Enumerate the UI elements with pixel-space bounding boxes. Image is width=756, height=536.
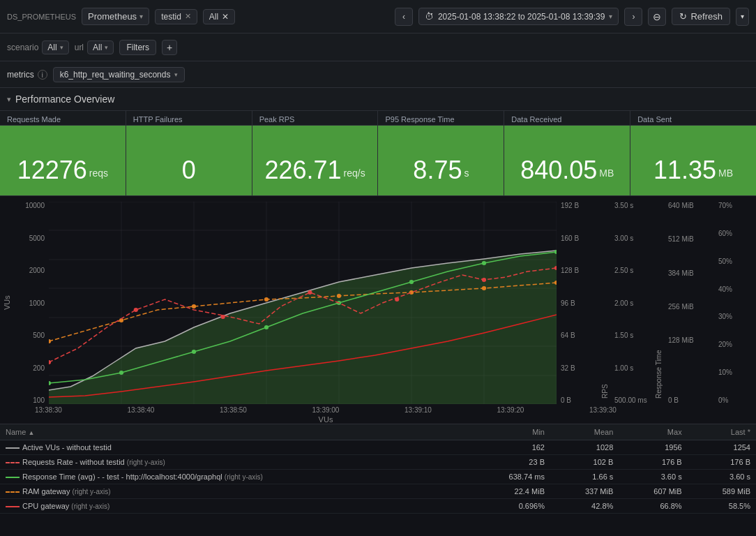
stat-label: Data Sent xyxy=(630,111,756,126)
legend-name: Response Time (avg) - - test - http://lo… xyxy=(0,470,468,484)
stat-cards: Requests Made 12276 reqs HTTP Failures 0… xyxy=(0,111,756,196)
scenario-value: All xyxy=(47,43,56,52)
legend-mean: 337 MiB xyxy=(550,484,619,499)
stat-label: HTTP Failures xyxy=(126,111,252,126)
time-range-chevron-icon: ▾ xyxy=(609,13,612,20)
series-line-icon xyxy=(6,506,20,508)
stat-value: 226.71 req/s xyxy=(252,126,378,195)
testid-tag[interactable]: testid ✕ xyxy=(155,9,197,24)
all-close-icon[interactable]: ✕ xyxy=(222,12,229,22)
time-range-value: 2025-01-08 13:38:22 to 2025-01-08 13:39:… xyxy=(438,12,605,22)
series-line-icon xyxy=(6,477,20,479)
legend-last: 176 B xyxy=(688,455,756,470)
svg-point-22 xyxy=(482,286,486,290)
svg-point-37 xyxy=(482,278,486,282)
scenario-label: scenario xyxy=(7,43,38,52)
legend-max: 176 B xyxy=(619,455,687,470)
y-axis-left-label: VUs xyxy=(0,202,14,404)
legend-mean: 1028 xyxy=(550,440,619,455)
section-title: Performance Overview xyxy=(15,94,114,105)
url-chevron-icon: ▾ xyxy=(105,44,108,51)
url-filter: url All ▾ xyxy=(75,40,114,54)
url-value: All xyxy=(93,43,102,52)
stat-label: P95 Response Time xyxy=(378,111,504,126)
stat-label: Data Received xyxy=(504,111,630,126)
legend-row[interactable]: Requests Rate - without testid (right y-… xyxy=(0,455,756,470)
filters-label: Filters xyxy=(126,43,149,52)
svg-marker-15 xyxy=(49,251,557,404)
stat-value: 8.75 s xyxy=(378,126,504,195)
refresh-label: Refresh xyxy=(690,11,723,22)
legend-max: 607 MiB xyxy=(619,484,687,499)
series-dash-icon xyxy=(6,491,20,493)
x-axis: 13:38:30 13:38:40 13:38:50 13:39:00 13:3… xyxy=(0,404,617,414)
datasource-selector[interactable]: Prometheus ▾ xyxy=(82,8,149,25)
col-name[interactable]: Name ▲ xyxy=(0,424,468,440)
testid-close-icon[interactable]: ✕ xyxy=(185,12,191,21)
metrics-chevron-icon: ▾ xyxy=(174,71,178,78)
legend-name: Active VUs - without testid xyxy=(0,440,468,455)
add-icon: + xyxy=(167,42,172,53)
stat-value: 12276 reqs xyxy=(0,126,126,195)
add-filter-button[interactable]: + xyxy=(162,40,177,55)
svg-point-34 xyxy=(220,315,225,319)
stat-label: Requests Made xyxy=(0,111,126,126)
legend-row[interactable]: RAM gateway (right y-axis) 22.4 MiB 337 … xyxy=(0,484,756,499)
legend-row[interactable]: CPU gateway (right y-axis) 0.696% 42.8% … xyxy=(0,499,756,514)
time-range-selector[interactable]: ⏱ 2025-01-08 13:38:22 to 2025-01-08 13:3… xyxy=(418,8,619,25)
svg-point-19 xyxy=(264,297,269,302)
col-max[interactable]: Max xyxy=(619,424,687,440)
refresh-button[interactable]: ↻ Refresh xyxy=(672,8,730,25)
legend-last: 3.60 s xyxy=(688,470,756,484)
legend-mean: 1.66 s xyxy=(550,470,619,484)
col-last[interactable]: Last * xyxy=(688,424,756,440)
metrics-label: metrics i xyxy=(7,70,47,80)
svg-point-29 xyxy=(409,280,414,284)
legend-min: 22.4 MiB xyxy=(468,484,550,499)
refresh-dropdown[interactable]: ▾ xyxy=(736,8,749,26)
all-tag[interactable]: All ✕ xyxy=(203,9,235,24)
legend-container: Name ▲ Min Mean Max Last * Active VUs - … xyxy=(0,424,756,514)
y-axis-right-group: 192 B 160 B 128 B 96 B 64 B 32 B 0 B RPS… xyxy=(557,202,756,404)
y-axis-mb: 640 MiB 512 MiB 384 MiB 256 MiB 128 MiB … xyxy=(664,202,714,404)
section-toggle-icon[interactable]: ▾ xyxy=(7,95,11,104)
y-axis-rt: 3.50 s 3.00 s 2.50 s 2.00 s 1.50 s 1.00 … xyxy=(610,202,653,404)
datasource-chevron-icon: ▾ xyxy=(139,13,143,20)
stat-value: 0 xyxy=(126,126,252,195)
legend-name: CPU gateway (right y-axis) xyxy=(0,499,468,514)
y-axis-pct: 70% 60% 50% 40% 30% 20% 10% 0% xyxy=(714,202,756,404)
series-dash-icon xyxy=(6,462,20,464)
legend-min: 638.74 ms xyxy=(468,470,550,484)
testid-tag-label: testid xyxy=(161,12,181,22)
legend-min: 23 B xyxy=(468,455,550,470)
scenario-filter: scenario All ▾ xyxy=(7,40,69,54)
legend-row[interactable]: Active VUs - without testid 162 1028 195… xyxy=(0,440,756,455)
svg-point-35 xyxy=(308,290,312,295)
stat-card-p95-response-time: P95 Response Time 8.75 s xyxy=(378,111,504,195)
section-header: ▾ Performance Overview xyxy=(0,88,756,111)
legend-min: 162 xyxy=(468,440,550,455)
scenario-select[interactable]: All ▾ xyxy=(42,40,68,54)
col-mean[interactable]: Mean xyxy=(550,424,619,440)
metrics-info-icon: i xyxy=(38,70,47,80)
url-select[interactable]: All ▾ xyxy=(87,40,114,54)
rps-label: RPS xyxy=(600,202,610,404)
ds-label: DS_PROMETHEUS xyxy=(7,13,76,21)
legend-table: Name ▲ Min Mean Max Last * Active VUs - … xyxy=(0,424,756,514)
url-label: url xyxy=(75,43,84,52)
stat-label: Peak RPS xyxy=(252,111,378,126)
legend-mean: 102 B xyxy=(550,455,619,470)
time-prev-button[interactable]: ‹ xyxy=(395,8,413,26)
stat-card-data-sent: Data Sent 11.35 MB xyxy=(630,111,756,195)
time-next-button[interactable]: › xyxy=(624,8,642,26)
legend-row[interactable]: Response Time (avg) - - test - http://lo… xyxy=(0,470,756,484)
metrics-selector[interactable]: k6_http_req_waiting_seconds ▾ xyxy=(53,67,186,82)
legend-max: 66.8% xyxy=(619,499,687,514)
filter-bar: scenario All ▾ url All ▾ Filters + xyxy=(0,34,756,61)
stat-card-data-received: Data Received 840.05 MB xyxy=(504,111,630,195)
scenario-chevron-icon: ▾ xyxy=(60,44,63,51)
zoom-out-button[interactable]: ⊖ xyxy=(648,8,666,26)
col-min[interactable]: Min xyxy=(468,424,550,440)
filters-button[interactable]: Filters xyxy=(119,40,156,55)
stat-card-http-failures: HTTP Failures 0 xyxy=(126,111,252,195)
